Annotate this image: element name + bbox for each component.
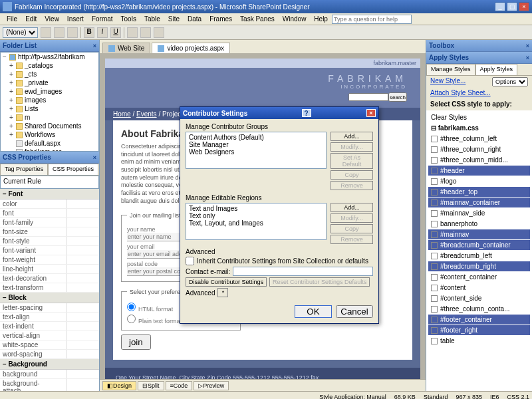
menu-insert[interactable]: Insert [63, 14, 88, 24]
menu-site[interactable]: Site [164, 14, 184, 24]
menu-window[interactable]: Window [279, 14, 311, 24]
copy-button[interactable]: Copy [331, 224, 373, 233]
style-item[interactable]: #mainnav_container [428, 198, 530, 207]
ok-button[interactable]: OK [295, 305, 332, 318]
tree-item[interactable]: +Workflows [7, 130, 98, 139]
view-split[interactable]: ⊟Split [138, 381, 164, 390]
minimize-button[interactable]: _ [495, 2, 505, 11]
tree-item[interactable]: default.aspx [7, 139, 98, 148]
prop-row[interactable]: font-family [0, 218, 99, 227]
tree-item[interactable]: +_catalogs [7, 61, 98, 70]
menu-edit[interactable]: Edit [21, 14, 41, 24]
contributor-groups-list[interactable]: Content Authors (Default)Site ManagerWeb… [186, 132, 327, 169]
modify-button[interactable]: Modify... [331, 142, 373, 152]
style-item[interactable]: #breadcrumb_left [428, 251, 530, 261]
advanced-toggle[interactable]: * [217, 288, 228, 297]
tree-item[interactable]: +ewd_images [7, 87, 98, 96]
new-icon[interactable] [41, 27, 51, 38]
plain-text-radio[interactable] [127, 315, 136, 323]
copy-button[interactable]: Copy [331, 170, 373, 180]
style-item[interactable]: #breadcrumb_container [428, 240, 530, 250]
search-button[interactable]: search [388, 92, 407, 102]
list-item[interactable]: Text, Layout, and Images [188, 219, 325, 227]
close-icon[interactable]: × [526, 55, 529, 61]
prop-row[interactable]: white-space [0, 340, 99, 350]
prop-row[interactable]: text-decoration [0, 274, 99, 283]
tab-apply-styles[interactable]: Apply Styles [475, 64, 518, 75]
style-item[interactable]: #logo [428, 176, 530, 186]
prop-row[interactable]: vertical-align [0, 331, 99, 340]
prop-row[interactable]: background-attach... [0, 379, 99, 391]
breadcrumb-events[interactable]: Events [136, 110, 157, 118]
doc-tab[interactable]: video projects.aspx [152, 43, 230, 53]
style-item[interactable]: #three_column_right [428, 144, 530, 154]
prop-row[interactable]: color [0, 200, 99, 209]
prop-row[interactable]: word-spacing [0, 350, 99, 359]
view-preview[interactable]: ▷Preview [194, 381, 229, 390]
prop-row[interactable]: font [0, 209, 99, 218]
menu-file[interactable]: File [3, 14, 21, 24]
menu-view[interactable]: View [41, 14, 63, 24]
menu-format[interactable]: Format [88, 14, 117, 24]
disable-contributor-button[interactable]: Disable Contributor Settings [186, 277, 267, 287]
add-button[interactable]: Add... [331, 132, 373, 141]
open-icon[interactable] [54, 27, 65, 38]
html-format-radio[interactable] [127, 303, 136, 311]
prop-group[interactable]: − Block [0, 293, 99, 303]
style-item[interactable]: #footer_container [428, 315, 530, 325]
doc-tab[interactable]: Web Site [102, 43, 150, 53]
style-item[interactable]: #mainnav [428, 229, 530, 239]
editable-regions-list[interactable]: Text and ImagesText onlyText, Layout, an… [186, 203, 327, 240]
options-dropdown[interactable]: Options [492, 77, 528, 86]
align-center-icon[interactable] [140, 27, 151, 38]
close-icon[interactable]: × [93, 154, 96, 161]
tab-tag-properties[interactable]: Tag Properties [0, 164, 48, 175]
clear-styles[interactable]: Clear Styles [428, 112, 530, 122]
style-item[interactable]: #content_container [428, 272, 530, 282]
prop-row[interactable]: line-height [0, 265, 99, 274]
tree-item[interactable]: +Lists [7, 104, 98, 113]
tree-item[interactable]: +_cts [7, 70, 98, 78]
prop-group[interactable]: − Font [0, 189, 99, 200]
prop-row[interactable]: font-variant [0, 246, 99, 255]
style-item[interactable]: #breadcrumb_right [428, 261, 530, 271]
remove-button[interactable]: Remove [331, 235, 373, 244]
tab-manage-styles[interactable]: Manage Styles [426, 64, 475, 75]
modify-button[interactable]: Modify... [331, 213, 373, 223]
style-item[interactable]: #content_side [428, 293, 530, 303]
view-code[interactable]: ≡Code [166, 381, 193, 390]
maximize-button[interactable]: ▢ [507, 2, 517, 11]
join-button[interactable]: join [121, 334, 151, 350]
folder-tree[interactable]: −http://fp-wss2/fabrikam +_catalogs+_cts… [0, 52, 99, 152]
help-icon[interactable]: ? [302, 109, 311, 117]
breadcrumb-home[interactable]: Home [113, 110, 131, 118]
tree-item[interactable]: +Shared Documents [7, 122, 98, 130]
prop-row[interactable]: text-align [0, 313, 99, 322]
close-button[interactable]: × [519, 2, 529, 11]
bold-icon[interactable]: B [84, 27, 94, 38]
cancel-button[interactable]: Cancel [336, 305, 373, 318]
view-design[interactable]: ◧Design [102, 381, 136, 390]
style-item[interactable]: table [428, 336, 530, 346]
prop-row[interactable]: font-style [0, 237, 99, 246]
menu-data[interactable]: Data [184, 14, 205, 24]
tree-item[interactable]: +images [7, 96, 98, 104]
close-icon[interactable]: × [526, 43, 529, 49]
style-item[interactable]: #footer_right [428, 325, 530, 335]
tree-root[interactable]: −http://fp-wss2/fabrikam [1, 53, 98, 61]
align-left-icon[interactable] [127, 27, 138, 38]
close-icon[interactable]: × [93, 43, 96, 49]
remove-button[interactable]: Remove [331, 181, 373, 190]
style-item[interactable]: #three_column_left [428, 134, 530, 144]
contact-email-field[interactable] [233, 267, 373, 276]
tab-css-properties[interactable]: CSS Properties [48, 164, 98, 175]
list-item[interactable]: Text only [188, 212, 325, 219]
tree-item[interactable]: +m [7, 113, 98, 122]
tree-item[interactable]: +_private [7, 78, 98, 87]
menu-tools[interactable]: Tools [117, 14, 140, 24]
prop-row[interactable]: font-size [0, 227, 99, 237]
list-item[interactable]: Content Authors (Default) [188, 134, 325, 141]
inherit-checkbox[interactable] [186, 257, 194, 265]
list-item[interactable]: Site Manager [188, 141, 325, 148]
help-search-input[interactable] [332, 15, 412, 24]
